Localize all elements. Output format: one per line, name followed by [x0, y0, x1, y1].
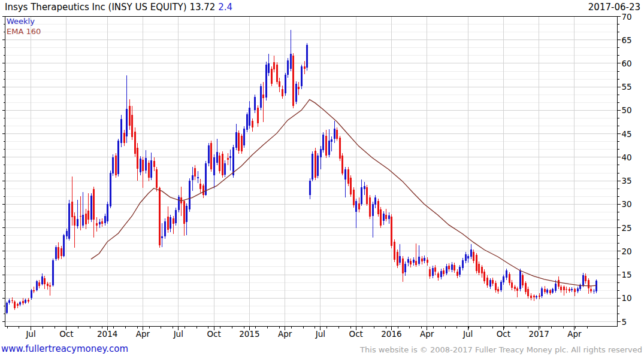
website-link[interactable]: www.fullertreacymoney.com — [1, 343, 128, 354]
svg-text:Apr: Apr — [278, 329, 292, 339]
svg-text:20: 20 — [622, 247, 632, 256]
svg-text:Jul: Jul — [25, 329, 35, 339]
svg-text:2015: 2015 — [239, 329, 259, 339]
svg-text:60: 60 — [622, 59, 632, 68]
svg-text:2016: 2016 — [381, 329, 401, 339]
svg-text:Jul: Jul — [173, 329, 183, 339]
svg-text:35: 35 — [622, 176, 632, 185]
page-root: Insys Therapeutics Inc (INSY US EQUITY) … — [0, 0, 644, 359]
svg-text:5: 5 — [622, 317, 627, 327]
svg-text:Oct: Oct — [497, 329, 510, 339]
svg-text:30: 30 — [622, 199, 632, 209]
svg-text:Apr: Apr — [420, 329, 434, 339]
svg-text:45: 45 — [622, 129, 632, 139]
svg-text:Jul: Jul — [462, 329, 473, 339]
svg-text:Oct: Oct — [59, 329, 73, 339]
svg-text:2017: 2017 — [529, 329, 549, 339]
ema-line — [91, 99, 597, 286]
ema-legend-label: EMA 160 — [7, 27, 41, 36]
svg-text:40: 40 — [622, 153, 632, 162]
price-chart: 510152025303540455055606570JulOct2014Apr… — [0, 0, 644, 359]
svg-text:Apr: Apr — [567, 329, 582, 339]
copyright-text: This website is © 2008-2017 Fuller Treac… — [360, 345, 642, 354]
svg-text:50: 50 — [622, 105, 632, 115]
svg-text:Oct: Oct — [207, 329, 220, 339]
svg-text:25: 25 — [622, 223, 632, 233]
timeframe-label: Weekly — [7, 17, 41, 26]
svg-text:15: 15 — [622, 270, 632, 279]
svg-text:Oct: Oct — [349, 329, 363, 339]
chart-legend: Weekly EMA 160 — [7, 17, 41, 36]
svg-text:10: 10 — [622, 293, 632, 303]
svg-text:Apr: Apr — [136, 329, 150, 339]
svg-text:55: 55 — [622, 82, 632, 92]
svg-text:70: 70 — [622, 12, 632, 22]
svg-text:Jul: Jul — [315, 329, 325, 339]
svg-text:2014: 2014 — [97, 329, 117, 339]
svg-text:65: 65 — [622, 35, 632, 45]
